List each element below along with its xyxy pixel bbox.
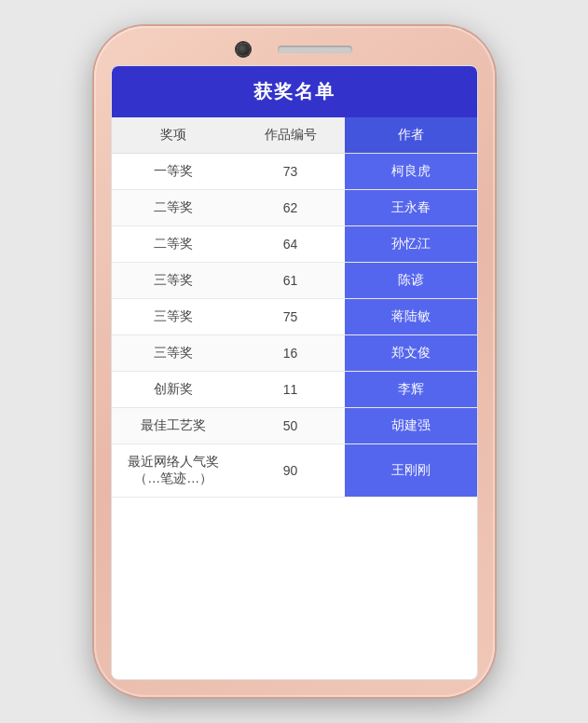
cell-id: 73	[236, 154, 346, 190]
header-author: 作者	[345, 117, 476, 154]
camera	[237, 43, 250, 56]
table-row: 三等奖16郑文俊	[112, 335, 477, 372]
cell-id: 62	[236, 190, 346, 226]
cell-author: 柯良虎	[345, 154, 476, 190]
phone-frame: 获奖名单 奖项 作品编号 作者 一等奖73柯良虎二等奖62王永春二等奖64孙忆江…	[94, 26, 495, 697]
cell-author: 李辉	[345, 372, 476, 408]
table-row: 一等奖73柯良虎	[112, 154, 477, 190]
cell-id: 90	[236, 444, 346, 498]
table-row: 最近网络人气奖（…笔迹…）90王刚刚	[112, 444, 477, 498]
screen-inner[interactable]: 获奖名单 奖项 作品编号 作者 一等奖73柯良虎二等奖62王永春二等奖64孙忆江…	[112, 66, 477, 679]
screen: 获奖名单 奖项 作品编号 作者 一等奖73柯良虎二等奖62王永春二等奖64孙忆江…	[111, 65, 478, 680]
cell-id: 75	[236, 299, 346, 335]
cell-author: 孙忆江	[345, 226, 476, 263]
table-row: 二等奖64孙忆江	[112, 226, 477, 263]
table-row: 三等奖61陈谚	[112, 263, 477, 299]
table-row: 二等奖62王永春	[112, 190, 477, 226]
cell-author: 蒋陆敏	[345, 299, 476, 335]
cell-award: 一等奖	[112, 154, 236, 190]
cell-id: 11	[236, 372, 346, 408]
cell-award: 三等奖	[112, 335, 236, 372]
cell-award: 二等奖	[112, 190, 236, 226]
cell-id: 61	[236, 263, 346, 299]
cell-id: 16	[236, 335, 346, 372]
table-row: 三等奖75蒋陆敏	[112, 299, 477, 335]
speaker	[278, 46, 352, 53]
table-row: 创新奖11李辉	[112, 372, 477, 408]
phone-top	[111, 43, 478, 56]
cell-award: 最佳工艺奖	[112, 408, 236, 444]
cell-author: 胡建强	[345, 408, 476, 444]
cell-author: 郑文俊	[345, 335, 476, 372]
cell-award: 创新奖	[112, 372, 236, 408]
header-id: 作品编号	[236, 117, 346, 154]
table-row: 最佳工艺奖50胡建强	[112, 408, 477, 444]
cell-author: 陈谚	[345, 263, 476, 299]
cell-author: 王永春	[345, 190, 476, 226]
cell-award: 三等奖	[112, 299, 236, 335]
header-award: 奖项	[112, 117, 236, 154]
awards-table: 奖项 作品编号 作者 一等奖73柯良虎二等奖62王永春二等奖64孙忆江三等奖61…	[112, 117, 477, 498]
cell-award: 最近网络人气奖（…笔迹…）	[112, 444, 236, 498]
table-header-row: 奖项 作品编号 作者	[112, 117, 477, 154]
cell-award: 三等奖	[112, 263, 236, 299]
cell-award: 二等奖	[112, 226, 236, 263]
cell-author: 王刚刚	[345, 444, 476, 498]
table-title: 获奖名单	[112, 66, 477, 117]
cell-id: 50	[236, 408, 346, 444]
cell-id: 64	[236, 226, 346, 263]
